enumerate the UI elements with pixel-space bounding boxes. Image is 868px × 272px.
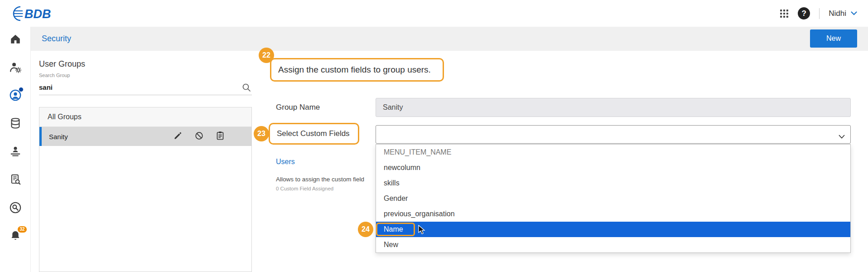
search-group-label: Search Group bbox=[39, 73, 70, 78]
team-icon[interactable] bbox=[9, 145, 22, 158]
new-button[interactable]: New bbox=[810, 29, 857, 48]
page-header: Security New bbox=[31, 27, 868, 51]
help-icon[interactable]: ? bbox=[798, 7, 810, 19]
user-name: Nidhi bbox=[829, 9, 846, 18]
mouse-cursor bbox=[418, 225, 425, 237]
bdb-logo-graphic: BDB bbox=[11, 5, 51, 23]
user-groups-title: User Groups bbox=[39, 59, 85, 69]
select-custom-fields-label: Select Custom Fields bbox=[269, 123, 359, 145]
annotation-24: 24 bbox=[358, 222, 373, 237]
group-name-input[interactable] bbox=[376, 98, 851, 117]
user-groups-badge bbox=[19, 87, 24, 92]
dropdown-option[interactable]: previous_organisation bbox=[376, 206, 850, 222]
group-name-label: Group Name bbox=[276, 103, 320, 112]
audit-document-icon[interactable] bbox=[9, 173, 22, 186]
dropdown-option-label: Name bbox=[384, 225, 403, 233]
annotation-23: 23 bbox=[254, 126, 269, 141]
users-section-title: Users bbox=[276, 158, 376, 166]
assign-note: Assign the custom fields to group users. bbox=[270, 58, 444, 82]
dropdown-option[interactable]: MENU_ITEM_NAME bbox=[376, 145, 850, 160]
dropdown-option-selected[interactable]: Name 24 bbox=[376, 222, 850, 237]
group-search bbox=[39, 80, 252, 95]
groups-list: All Groups Sanity bbox=[39, 107, 252, 272]
chevron-down-icon bbox=[851, 11, 857, 15]
user-settings-icon[interactable] bbox=[9, 61, 22, 73]
search-icon[interactable] bbox=[242, 83, 251, 94]
dropdown-option[interactable]: newcolumn bbox=[376, 160, 850, 175]
edit-icon[interactable] bbox=[174, 131, 182, 142]
topbar: BDB ? Nidhi bbox=[0, 0, 868, 27]
user-groups-icon-active[interactable] bbox=[9, 89, 22, 102]
custom-fields-select[interactable] bbox=[376, 125, 851, 144]
home-icon[interactable] bbox=[9, 33, 22, 45]
custom-field-assigned-count: 0 Custom Field Assigned bbox=[276, 186, 376, 191]
dropdown-option[interactable]: Gender bbox=[376, 191, 850, 206]
group-name: Sanity bbox=[49, 133, 174, 141]
user-menu[interactable]: Nidhi bbox=[829, 9, 857, 18]
notifications-bell-icon[interactable]: 32 bbox=[9, 229, 22, 242]
disable-icon[interactable] bbox=[195, 131, 203, 142]
search-circle-icon[interactable] bbox=[9, 201, 22, 214]
dropdown-option[interactable]: skills bbox=[376, 175, 850, 191]
sidebar: 32 bbox=[0, 27, 31, 272]
annotation-22: 22 bbox=[259, 48, 274, 63]
all-groups-header: All Groups bbox=[39, 107, 251, 127]
custom-fields-dropdown: MENU_ITEM_NAME newcolumn skills Gender p… bbox=[376, 144, 851, 253]
database-icon[interactable] bbox=[9, 117, 22, 130]
group-search-input[interactable] bbox=[39, 80, 252, 95]
notifications-count-badge: 32 bbox=[18, 226, 26, 233]
clipboard-icon[interactable] bbox=[216, 131, 224, 142]
users-section: Users Allows to assign the custom field … bbox=[276, 158, 376, 191]
group-row-sanity[interactable]: Sanity bbox=[39, 127, 251, 146]
dropdown-option[interactable]: New bbox=[376, 237, 850, 253]
logo-text: BDB bbox=[24, 7, 51, 21]
page-title: Security bbox=[42, 34, 71, 44]
bdb-logo[interactable]: BDB bbox=[11, 5, 51, 23]
select-chevron-icon bbox=[839, 132, 845, 141]
apps-grid-icon[interactable] bbox=[780, 9, 789, 18]
users-section-description: Allows to assign the custom field bbox=[276, 176, 376, 183]
topbar-divider bbox=[819, 8, 820, 19]
